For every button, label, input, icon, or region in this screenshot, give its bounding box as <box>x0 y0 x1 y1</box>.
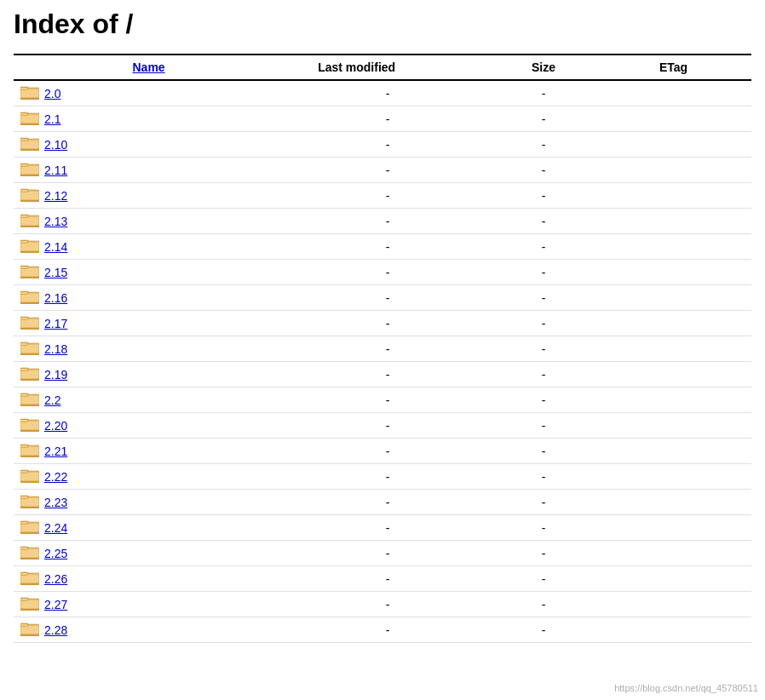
table-row: 2.16 -- <box>14 285 751 311</box>
entry-link[interactable]: 2.2 <box>44 393 60 407</box>
modified-cell: - <box>284 285 492 311</box>
svg-rect-131 <box>20 624 28 627</box>
table-row: 2.24 -- <box>14 515 751 541</box>
etag-cell <box>595 132 751 158</box>
name-cell: 2.28 <box>14 617 235 642</box>
modified-cell: - <box>284 260 492 285</box>
col-header-etag: ETag <box>595 55 751 80</box>
svg-rect-95 <box>20 471 28 473</box>
entry-link[interactable]: 2.13 <box>44 215 67 228</box>
entry-link[interactable]: 2.22 <box>44 470 67 484</box>
svg-rect-113 <box>20 548 28 550</box>
size-cell: - <box>492 183 595 209</box>
size-cell: - <box>492 464 595 490</box>
name-cell: 2.18 <box>14 336 235 361</box>
modified-cell: - <box>284 311 492 336</box>
size-cell: - <box>492 80 595 106</box>
entry-link[interactable]: 2.1 <box>44 112 60 126</box>
entry-link[interactable]: 2.16 <box>44 291 67 305</box>
svg-rect-83 <box>20 420 28 422</box>
entry-link[interactable]: 2.25 <box>44 547 67 560</box>
svg-rect-5 <box>20 88 28 90</box>
svg-rect-23 <box>20 164 28 167</box>
entry-link[interactable]: 2.14 <box>44 240 67 254</box>
name-cell: 2.12 <box>14 183 235 208</box>
name-cell: 2.10 <box>14 132 235 157</box>
entry-link[interactable]: 2.15 <box>44 266 67 279</box>
etag-cell <box>595 260 751 285</box>
size-cell: - <box>492 566 595 592</box>
table-row: 2.1 -- <box>14 106 751 132</box>
table-row: 2.15 -- <box>14 260 751 285</box>
name-cell: 2.25 <box>14 541 235 565</box>
entry-link[interactable]: 2.23 <box>44 496 67 509</box>
entry-link[interactable]: 2.24 <box>44 521 67 535</box>
etag-cell <box>595 158 751 183</box>
entry-link[interactable]: 2.21 <box>44 445 67 458</box>
name-sort-link[interactable]: Name <box>132 60 164 74</box>
entry-link[interactable]: 2.11 <box>44 164 67 177</box>
entry-link[interactable]: 2.19 <box>44 368 67 382</box>
etag-cell <box>595 592 751 617</box>
folder-icon <box>20 468 39 485</box>
folder-icon <box>20 161 39 179</box>
folder-icon <box>20 110 39 128</box>
etag-cell <box>595 464 751 490</box>
name-cell: 2.17 <box>14 311 235 336</box>
svg-rect-77 <box>20 394 28 397</box>
table-row: 2.18 -- <box>14 336 751 362</box>
folder-icon <box>20 493 39 511</box>
etag-cell <box>595 106 751 132</box>
name-cell: 2.27 <box>14 592 235 617</box>
table-row: 2.28 -- <box>14 617 751 643</box>
svg-rect-35 <box>20 215 28 218</box>
table-row: 2.23 -- <box>14 490 751 515</box>
etag-cell <box>595 285 751 311</box>
size-cell: - <box>492 336 595 362</box>
folder-icon <box>20 365 39 383</box>
modified-cell: - <box>284 592 492 617</box>
folder-icon <box>20 314 39 332</box>
svg-rect-47 <box>20 267 28 269</box>
folder-icon <box>20 263 39 281</box>
table-row: 2.14 -- <box>14 234 751 260</box>
entry-link[interactable]: 2.18 <box>44 342 67 356</box>
etag-cell <box>595 490 751 515</box>
modified-cell: - <box>284 387 492 413</box>
entry-link[interactable]: 2.27 <box>44 598 67 611</box>
modified-cell: - <box>284 158 492 183</box>
modified-cell: - <box>284 515 492 541</box>
size-cell: - <box>492 387 595 413</box>
folder-icon <box>20 135 39 153</box>
col-header-name[interactable]: Name <box>14 55 284 80</box>
table-row: 2.11 -- <box>14 158 751 183</box>
modified-cell: - <box>284 132 492 158</box>
svg-rect-119 <box>20 573 28 576</box>
svg-rect-11 <box>20 113 28 116</box>
table-row: 2.2 -- <box>14 387 751 413</box>
entry-link[interactable]: 2.17 <box>44 317 67 330</box>
name-cell: 2.16 <box>14 285 235 310</box>
entry-link[interactable]: 2.10 <box>44 138 67 152</box>
entry-link[interactable]: 2.0 <box>44 87 60 100</box>
name-cell: 2.11 <box>14 158 235 182</box>
size-cell: - <box>492 132 595 158</box>
etag-cell <box>595 209 751 234</box>
size-cell: - <box>492 209 595 234</box>
entry-link[interactable]: 2.28 <box>44 623 67 637</box>
name-cell: 2.13 <box>14 209 235 233</box>
table-row: 2.19 -- <box>14 362 751 387</box>
etag-cell <box>595 439 751 464</box>
page-title: Index of / <box>14 9 751 40</box>
modified-cell: - <box>284 183 492 209</box>
folder-icon <box>20 391 39 409</box>
entry-link[interactable]: 2.26 <box>44 572 67 586</box>
svg-rect-65 <box>20 343 28 346</box>
folder-icon <box>20 595 39 613</box>
size-cell: - <box>492 234 595 260</box>
entry-link[interactable]: 2.20 <box>44 419 67 433</box>
folder-icon <box>20 238 39 255</box>
entry-link[interactable]: 2.12 <box>44 189 67 203</box>
name-cell: 2.1 <box>14 106 235 131</box>
etag-cell <box>595 566 751 592</box>
